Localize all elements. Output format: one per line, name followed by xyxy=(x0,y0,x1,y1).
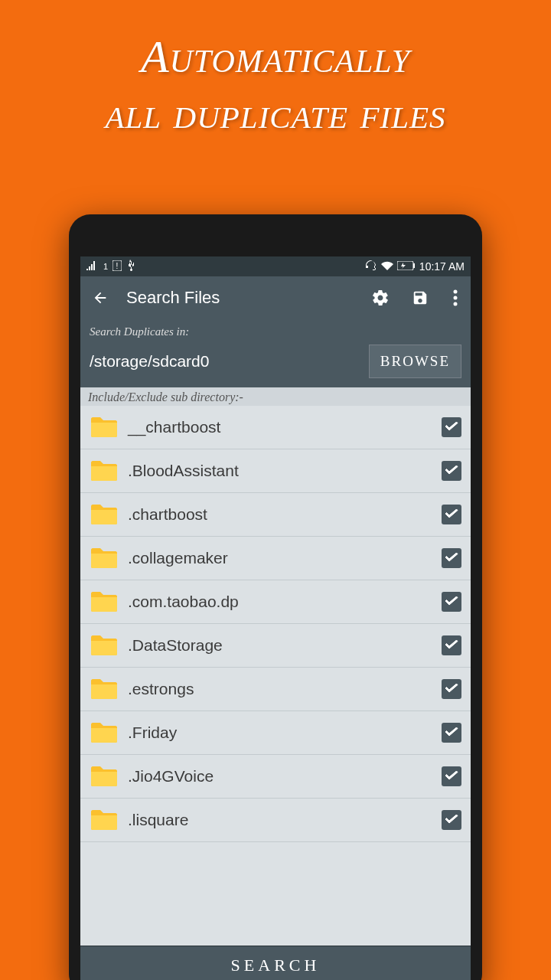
file-checkbox[interactable] xyxy=(442,548,461,568)
folder-icon xyxy=(90,634,119,657)
file-checkbox[interactable] xyxy=(442,417,461,437)
battery-icon xyxy=(397,260,416,273)
file-name: .chartboost xyxy=(128,505,432,524)
file-name: .Friday xyxy=(128,724,432,742)
folder-icon xyxy=(90,808,119,831)
search-panel: Search Duplicates in: /storage/sdcard0 B… xyxy=(80,319,471,387)
file-name: .Jio4GVoice xyxy=(128,767,432,786)
file-checkbox[interactable] xyxy=(442,810,461,830)
file-checkbox[interactable] xyxy=(442,505,461,524)
file-checkbox[interactable] xyxy=(442,766,461,786)
file-row[interactable]: .Friday xyxy=(80,711,471,755)
app-title: Search Files xyxy=(126,288,354,308)
folder-icon xyxy=(90,503,119,526)
file-checkbox[interactable] xyxy=(442,635,461,655)
status-left: 1 ! xyxy=(86,260,134,274)
svg-point-6 xyxy=(454,302,458,306)
alert-icon: ! xyxy=(112,260,122,273)
settings-button[interactable] xyxy=(367,284,394,312)
promo-heading: Automatically all duplicate files xyxy=(0,0,551,139)
svg-point-5 xyxy=(454,296,458,300)
status-bar: 1 ! 10:17 AM xyxy=(80,256,471,276)
file-row[interactable]: .Jio4GVoice xyxy=(80,755,471,799)
file-row[interactable]: .collagemaker xyxy=(80,537,471,580)
file-checkbox[interactable] xyxy=(442,679,461,699)
phone-frame: 1 ! 10:17 AM xyxy=(69,214,482,980)
overflow-menu-button[interactable] xyxy=(446,284,465,312)
folder-icon xyxy=(90,416,119,439)
file-name: .BloodAssistant xyxy=(128,462,432,480)
signal-icon xyxy=(86,260,99,273)
file-row[interactable]: .BloodAssistant xyxy=(80,449,471,493)
folder-icon xyxy=(90,547,119,570)
file-checkbox[interactable] xyxy=(442,592,461,612)
file-row[interactable]: __chartboost xyxy=(80,406,471,449)
headset-icon xyxy=(365,260,377,273)
file-row[interactable]: .lisquare xyxy=(80,799,471,842)
file-name: .estrongs xyxy=(128,680,432,698)
file-row[interactable]: .com.taobao.dp xyxy=(80,580,471,624)
file-name: .com.taobao.dp xyxy=(128,593,432,611)
file-row[interactable]: .chartboost xyxy=(80,493,471,537)
file-name: .lisquare xyxy=(128,811,432,829)
promo-line1: Automatically xyxy=(0,31,551,83)
file-checkbox[interactable] xyxy=(442,723,461,743)
sim-icon: 1 xyxy=(103,262,108,271)
save-button[interactable] xyxy=(406,284,434,312)
folder-icon xyxy=(90,678,119,701)
usb-icon xyxy=(126,260,134,274)
folder-icon xyxy=(90,590,119,613)
file-list[interactable]: __chartboost.BloodAssistant.chartboost.c… xyxy=(80,406,471,946)
screen: 1 ! 10:17 AM xyxy=(80,256,471,980)
folder-icon xyxy=(90,721,119,744)
browse-button[interactable]: BROWSE xyxy=(369,345,461,378)
section-label: Include/Exclude sub directory:- xyxy=(80,387,471,406)
svg-text:!: ! xyxy=(116,262,119,270)
folder-icon xyxy=(90,459,119,482)
promo-line2: all duplicate files xyxy=(0,87,551,139)
status-right: 10:17 AM xyxy=(365,260,465,273)
app-bar: Search Files xyxy=(80,276,471,319)
svg-rect-2 xyxy=(397,261,413,270)
search-path: /storage/sdcard0 xyxy=(90,352,361,371)
file-name: __chartboost xyxy=(128,418,432,436)
file-row[interactable]: .estrongs xyxy=(80,668,471,711)
status-time: 10:17 AM xyxy=(419,260,465,273)
svg-rect-3 xyxy=(413,263,415,268)
wifi-icon xyxy=(381,260,393,273)
back-button[interactable] xyxy=(86,284,114,312)
search-button[interactable]: SEARCH xyxy=(80,946,471,980)
file-row[interactable]: .DataStorage xyxy=(80,624,471,668)
file-name: .DataStorage xyxy=(128,636,432,655)
file-checkbox[interactable] xyxy=(442,461,461,481)
search-label: Search Duplicates in: xyxy=(90,325,461,338)
file-name: .collagemaker xyxy=(128,549,432,567)
svg-point-4 xyxy=(454,290,458,294)
folder-icon xyxy=(90,765,119,788)
